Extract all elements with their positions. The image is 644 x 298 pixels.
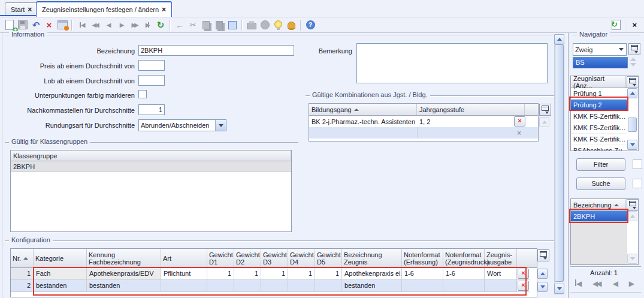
first-record-icon[interactable]: ◀: [75, 19, 87, 31]
back-record-icon[interactable]: ◀: [613, 279, 616, 288]
zeugnisart-item[interactable]: KMK FS-Zertifik...: [571, 111, 627, 122]
column-header[interactable]: GewichtD1: [207, 249, 234, 267]
zeugnisart-item[interactable]: Prüfung 1: [571, 88, 627, 100]
field-chooser-icon[interactable]: [539, 104, 551, 116]
save-icon[interactable]: [17, 19, 29, 31]
notify-bell-icon[interactable]: [285, 19, 297, 31]
last-record-icon[interactable]: ▶: [141, 19, 153, 31]
column-header-bildungsgang[interactable]: Bildungsgang: [309, 104, 417, 115]
help-icon[interactable]: ?: [304, 19, 316, 31]
bezeichnung-header[interactable]: Bezeichnung: [571, 199, 626, 210]
back-record-icon[interactable]: ◀: [102, 19, 114, 31]
bezeichnung-input[interactable]: 2BKPH: [138, 45, 294, 56]
copy-icon[interactable]: [200, 19, 212, 31]
table-row-empty[interactable]: ×: [309, 127, 538, 139]
tab-zeugniseinstellungen[interactable]: Zeugniseinstellungen festlegen / ändern …: [36, 1, 172, 17]
chevron-down-icon[interactable]: [616, 44, 626, 55]
rundungsart-select[interactable]: Abrunden/Abschneiden: [138, 119, 226, 131]
scrollbar-thumb[interactable]: [555, 44, 564, 282]
field-chooser-icon[interactable]: [627, 76, 639, 88]
scrollbar-thumb[interactable]: [628, 118, 637, 132]
select-icon[interactable]: [226, 19, 238, 31]
suche-button[interactable]: Suche: [576, 177, 625, 190]
hint-bulb-icon[interactable]: [272, 19, 284, 31]
scroll-down-icon[interactable]: [627, 254, 637, 264]
zweig-select[interactable]: Zweig: [573, 43, 627, 56]
fast-forward-icon[interactable]: ▶▶: [128, 19, 140, 31]
zweig-selected-item[interactable]: BS: [573, 57, 628, 68]
forward-record-icon[interactable]: ▶: [115, 19, 127, 31]
chevron-down-icon[interactable]: [215, 120, 226, 131]
column-header[interactable]: GewichtD3: [261, 249, 288, 267]
disc-icon[interactable]: [259, 19, 271, 31]
sync-icon[interactable]: [610, 19, 622, 31]
back-arrow-icon[interactable]: ←: [174, 19, 186, 31]
zeugnisart-item[interactable]: Prüfung 2: [571, 100, 627, 111]
fast-back-icon[interactable]: ◀◀: [89, 19, 101, 31]
scroll-up-icon[interactable]: [554, 34, 564, 44]
column-header[interactable]: GewichtD4: [288, 249, 315, 267]
lob-input[interactable]: [138, 75, 165, 86]
new-record-icon[interactable]: +: [4, 19, 16, 31]
field-chooser-icon[interactable]: [537, 249, 549, 261]
paste-icon[interactable]: [213, 19, 225, 31]
zeugnisart-header[interactable]: Zeugnisart (Anz...: [571, 76, 626, 88]
column-header[interactable]: Nr.: [11, 249, 34, 267]
delete-row-icon[interactable]: ×: [518, 269, 529, 279]
scroll-down-icon[interactable]: [627, 140, 637, 150]
tab-start[interactable]: Start ×: [5, 2, 38, 16]
bemerkung-textarea[interactable]: [356, 43, 548, 83]
field-chooser-icon[interactable]: [627, 199, 639, 211]
scroll-up-icon[interactable]: [537, 269, 548, 279]
filter-option-box[interactable]: [633, 159, 642, 169]
spinner-down-icon[interactable]: [629, 63, 637, 67]
scroll-down-icon[interactable]: [537, 282, 548, 292]
konfiguration-table: Nr.KategorieKennungFachbezeichnungArtGew…: [10, 248, 537, 297]
tab-close-icon[interactable]: ×: [162, 7, 166, 13]
cut-icon[interactable]: ✂: [187, 19, 199, 31]
delete-row-icon[interactable]: ×: [518, 281, 529, 291]
table-row[interactable]: 2BKPH: [11, 161, 291, 172]
bezeichnung-item[interactable]: 2BKPH: [571, 211, 627, 222]
table-row[interactable]: BK 2-j.Pharmaz.-techn. Assistenten1, 2×: [309, 116, 538, 127]
print-icon[interactable]: [246, 19, 258, 31]
column-header[interactable]: BezeichnungZeugnis: [342, 249, 402, 267]
column-header[interactable]: Art: [161, 249, 207, 267]
column-header-jahrgangsstufe[interactable]: Jahrgangsstufe: [417, 104, 525, 115]
spinner-up-icon[interactable]: [629, 58, 637, 61]
filter-button[interactable]: Filter: [576, 158, 625, 171]
first-record-icon[interactable]: ◀: [575, 279, 580, 288]
column-header[interactable]: Kategorie: [34, 249, 87, 267]
delete-row-icon[interactable]: ×: [514, 129, 524, 137]
scroll-up-icon[interactable]: [539, 117, 549, 127]
scroll-up-icon[interactable]: [627, 88, 637, 98]
suche-option-box[interactable]: [633, 179, 642, 188]
column-header[interactable]: GewichtD2: [234, 249, 261, 267]
close-icon[interactable]: ×: [628, 20, 640, 29]
field-chooser-icon[interactable]: [628, 43, 640, 55]
forward-record-icon[interactable]: ▶: [629, 279, 633, 288]
undo-icon[interactable]: ↶: [30, 19, 42, 31]
zeugnisart-item[interactable]: BSAbschluss-Zu...: [571, 145, 627, 151]
form-remove-icon[interactable]: [56, 19, 68, 31]
zeugnisart-item[interactable]: KMK FS-Zertifik...: [571, 134, 627, 145]
delete-icon[interactable]: ×: [43, 19, 55, 31]
unterpunktungen-checkbox[interactable]: [138, 90, 147, 98]
table-row[interactable]: 2bestandenbestandenbestanden×: [11, 280, 537, 292]
delete-row-icon[interactable]: ×: [514, 116, 525, 127]
column-header[interactable]: Notenformat(Erfassung): [402, 249, 443, 267]
column-header-klassengruppe[interactable]: Klassengruppe: [11, 150, 291, 161]
column-header[interactable]: GewichtD5: [315, 249, 342, 267]
zeugnisart-item[interactable]: KMK FS-Zertifik...: [571, 122, 627, 134]
nachkommastellen-input[interactable]: 1: [138, 104, 165, 115]
refresh-icon[interactable]: ↻: [155, 19, 167, 31]
column-header[interactable]: Notenformat(Zeugnisdruck): [443, 249, 485, 267]
tab-close-icon[interactable]: ×: [28, 7, 32, 13]
table-row[interactable]: 1FachApothekenpraxis/EDVPflichtunt11111A…: [11, 268, 537, 280]
scroll-up-icon[interactable]: [627, 211, 637, 221]
preis-input[interactable]: [138, 60, 165, 71]
column-header[interactable]: Zeugnis-ausgabe: [485, 249, 517, 267]
column-header[interactable]: KennungFachbezeichnung: [87, 249, 161, 267]
fast-back-icon[interactable]: ◀◀: [592, 279, 600, 288]
scroll-down-icon[interactable]: [554, 284, 564, 294]
